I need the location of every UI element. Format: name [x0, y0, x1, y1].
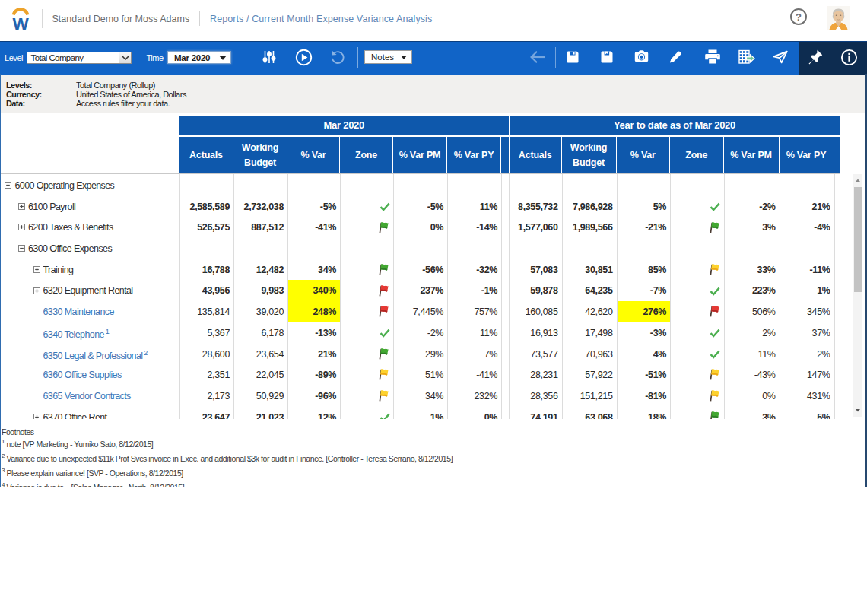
- svg-text:?: ?: [796, 11, 802, 23]
- svg-text:W: W: [12, 14, 29, 31]
